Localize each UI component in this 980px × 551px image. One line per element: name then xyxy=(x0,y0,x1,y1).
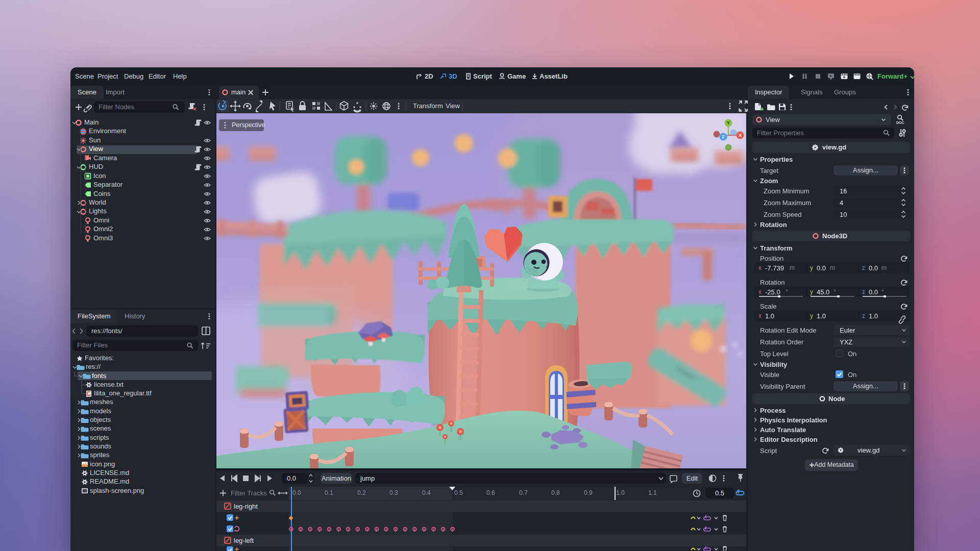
svg-text:DOC: DOC xyxy=(896,121,904,124)
svg-text:Filter Tracks: Filter Tracks xyxy=(231,489,267,497)
